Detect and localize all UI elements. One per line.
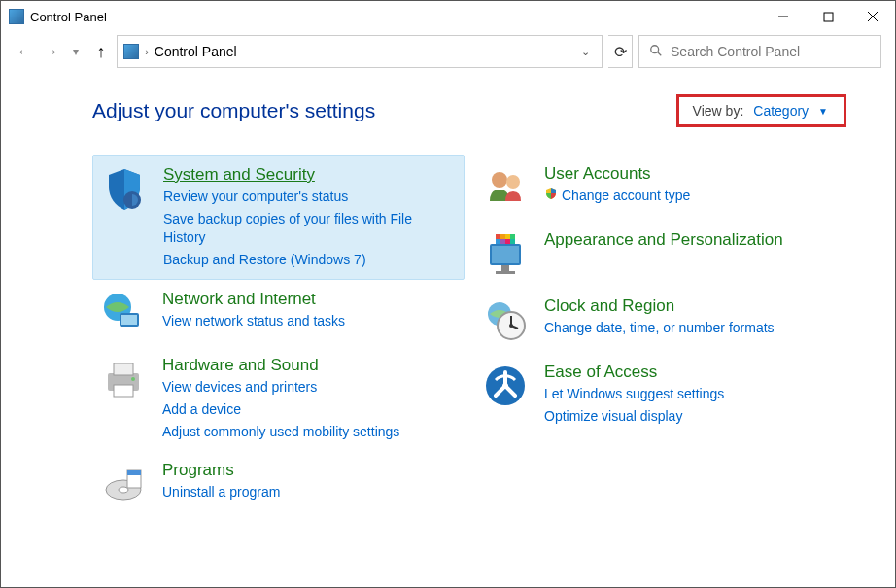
category-link[interactable]: Adjust commonly used mobility settings: [162, 423, 399, 442]
page-heading: Adjust your computer's settings: [92, 99, 375, 122]
category-link[interactable]: Backup and Restore (Windows 7): [163, 251, 456, 270]
svg-point-13: [131, 377, 135, 381]
chevron-down-icon: ▼: [818, 106, 828, 117]
category-title-appearance[interactable]: Appearance and Personalization: [544, 230, 783, 250]
category-title-hardware[interactable]: Hardware and Sound: [162, 356, 399, 375]
svg-rect-29: [500, 239, 505, 244]
category-user-accounts: User Accounts Change account type: [474, 155, 846, 221]
category-link[interactable]: Save backup copies of your files with Fi…: [163, 210, 456, 248]
monitor-colors-icon: [482, 230, 529, 277]
category-link[interactable]: Review your computer's status: [163, 188, 456, 207]
category-column-right: User Accounts Change account type Appear: [474, 155, 846, 517]
search-icon: [649, 44, 663, 60]
svg-point-18: [492, 172, 507, 188]
view-by-selector[interactable]: View by: Category ▼: [676, 94, 846, 127]
svg-rect-30: [505, 239, 510, 244]
shield-icon: [101, 165, 148, 212]
heading-row: Adjust your computer's settings View by:…: [92, 94, 846, 127]
svg-point-19: [506, 175, 520, 189]
minimize-button[interactable]: [761, 1, 806, 32]
view-by-value: Category: [753, 103, 809, 119]
window-title: Control Panel: [30, 10, 107, 24]
window-controls: [761, 1, 895, 32]
category-link[interactable]: View devices and printers: [162, 378, 399, 398]
category-appearance: Appearance and Personalization: [474, 221, 846, 287]
category-link[interactable]: Change date, time, or number formats: [544, 319, 775, 338]
navigation-bar: ← → ▾ ↑ › Control Panel ⌄ ⟳: [1, 32, 895, 71]
users-icon: [482, 164, 529, 211]
category-ease-of-access: Ease of Access Let Windows suggest setti…: [474, 353, 846, 435]
category-hardware: Hardware and Sound View devices and prin…: [92, 346, 465, 451]
category-clock-region: Clock and Region Change date, time, or n…: [474, 287, 846, 353]
category-link[interactable]: Add a device: [162, 400, 399, 420]
recent-locations-button[interactable]: ▾: [66, 38, 86, 65]
svg-rect-12: [114, 385, 133, 397]
category-link[interactable]: Uninstall a program: [162, 483, 280, 502]
up-button[interactable]: ↑: [91, 38, 111, 65]
uac-shield-icon: [544, 187, 558, 206]
svg-rect-1: [824, 13, 833, 21]
category-title-users[interactable]: User Accounts: [544, 164, 690, 184]
category-link[interactable]: View network status and tasks: [162, 312, 345, 331]
content-area: Adjust your computer's settings View by:…: [1, 71, 895, 527]
window-frame: Control Panel ← → ▾ ↑ › Control Panel ⌄ …: [0, 0, 896, 588]
maximize-button[interactable]: [806, 1, 850, 32]
svg-rect-23: [496, 271, 515, 274]
view-by-label: View by:: [693, 103, 744, 119]
svg-rect-31: [510, 239, 515, 244]
category-link-text: Change account type: [562, 188, 690, 203]
category-title-clock[interactable]: Clock and Region: [544, 296, 775, 316]
category-link[interactable]: Optimize visual display: [544, 407, 724, 427]
titlebar: Control Panel: [1, 1, 895, 32]
search-box[interactable]: [638, 35, 881, 68]
svg-rect-27: [510, 234, 515, 239]
category-link[interactable]: Let Windows suggest settings: [544, 385, 724, 404]
category-link[interactable]: Change account type: [544, 187, 690, 206]
refresh-button[interactable]: ⟳: [608, 35, 633, 68]
disc-icon: [100, 461, 147, 507]
category-network: Network and Internet View network status…: [92, 280, 465, 346]
globe-network-icon: [100, 290, 147, 336]
svg-rect-9: [121, 315, 137, 325]
category-title-programs[interactable]: Programs: [162, 461, 280, 480]
category-column-left: System and Security Review your computer…: [92, 155, 465, 517]
svg-rect-26: [505, 234, 510, 239]
close-button[interactable]: [850, 1, 895, 32]
svg-rect-11: [114, 363, 133, 375]
back-button[interactable]: ←: [15, 38, 34, 65]
svg-rect-22: [501, 265, 509, 271]
category-title-system-security[interactable]: System and Security: [163, 165, 456, 185]
category-system-security: System and Security Review your computer…: [92, 155, 465, 280]
svg-point-36: [509, 324, 513, 328]
category-grid: System and Security Review your computer…: [92, 155, 846, 517]
address-dropdown-button[interactable]: ⌄: [575, 42, 596, 62]
search-input[interactable]: [671, 44, 871, 59]
svg-rect-28: [496, 239, 500, 244]
clock-globe-icon: [482, 296, 529, 343]
chevron-right-icon: ›: [145, 46, 149, 57]
forward-button[interactable]: →: [40, 38, 59, 65]
svg-point-4: [651, 45, 659, 52]
svg-rect-25: [500, 234, 505, 239]
svg-line-5: [658, 52, 662, 55]
printer-icon: [100, 356, 147, 402]
svg-rect-24: [496, 234, 500, 239]
category-title-network[interactable]: Network and Internet: [162, 290, 345, 309]
address-bar[interactable]: › Control Panel ⌄: [117, 35, 603, 68]
svg-point-38: [502, 383, 508, 389]
control-panel-icon: [123, 44, 139, 59]
address-text: Control Panel: [155, 44, 237, 59]
control-panel-icon: [9, 9, 24, 24]
svg-rect-17: [127, 470, 141, 475]
category-programs: Programs Uninstall a program: [92, 451, 465, 517]
category-title-ease[interactable]: Ease of Access: [544, 363, 724, 382]
ease-of-access-icon: [482, 363, 529, 409]
svg-rect-21: [492, 246, 519, 263]
